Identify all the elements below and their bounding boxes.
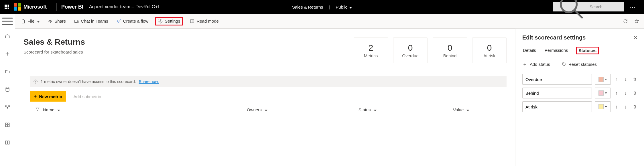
share-now-link[interactable]: Share now. [139,79,159,84]
create-flow-button[interactable]: Create a flow [115,18,149,24]
svg-line-1 [576,11,582,17]
svg-point-12 [6,87,9,89]
tab-details[interactable]: Details [522,47,537,54]
more-icon[interactable]: ··· [629,4,636,10]
plus-icon: ＋ [522,61,527,68]
nav-toggle-icon[interactable] [0,14,15,29]
settings-button[interactable]: Settings [155,17,183,25]
refresh-icon[interactable] [623,19,628,24]
file-menu[interactable]: File [19,18,41,24]
status-name-input[interactable] [522,74,592,85]
col-value-label[interactable]: Value [453,107,464,112]
status-name-input[interactable] [522,88,592,98]
color-swatch [598,104,604,109]
add-submetric-button: Add submetric [71,92,104,101]
share-icon [48,19,53,24]
color-swatch [598,90,604,96]
chevron-down-icon[interactable] [466,107,469,112]
settings-label: Settings [165,19,180,23]
gear-icon [158,19,163,24]
settings-panel: Edit scorecard settings ✕ Details Permis… [515,29,644,166]
nav-learn[interactable] [1,137,14,148]
nav-browse[interactable] [1,66,14,77]
access-notice: 1 metric owner doesn't have access to th… [30,76,507,87]
chevron-down-icon [36,19,40,23]
kpi-value: 0 [408,43,413,53]
col-owners-label[interactable]: Owners [247,107,262,112]
visibility-label: Public [336,5,347,9]
search-box[interactable] [553,2,624,11]
reset-statuses-button[interactable]: Reset statuses [562,61,597,68]
page-title: Sales & Returns [23,37,85,47]
status-color-dropdown[interactable] [595,101,611,112]
kpi-overdue[interactable]: 0 Overdue [393,37,428,63]
app-launcher-icon[interactable] [0,0,14,14]
kpi-metrics[interactable]: 2 Metrics [354,37,388,63]
col-status-label[interactable]: Status [359,107,371,112]
file-label: File [27,19,34,23]
svg-point-0 [561,0,577,12]
read-mode-button[interactable]: Read mode [188,18,220,24]
nav-data[interactable] [1,84,14,95]
kpi-value: 2 [369,43,373,53]
svg-rect-13 [5,123,7,125]
nav-goals[interactable] [1,101,14,113]
col-name-label[interactable]: Name [43,107,54,112]
divider [56,3,57,11]
product-label: Power BI [61,4,88,10]
visibility-dropdown[interactable]: Public [336,5,352,9]
search-input[interactable] [590,5,621,9]
move-down-icon[interactable] [623,76,629,82]
kpi-behind[interactable]: 0 Behind [433,37,467,63]
read-label: Read mode [196,19,219,23]
add-status-button[interactable]: ＋ Add status [522,61,550,68]
chat-teams-button[interactable]: Chat in Teams [73,18,109,24]
new-metric-button[interactable]: + New metric [30,91,66,102]
share-button[interactable]: Share [46,18,67,24]
status-color-dropdown[interactable] [595,74,611,85]
delete-icon[interactable] [632,90,638,96]
move-up-icon[interactable] [614,104,619,110]
toolbar: File Share Chat in Teams Create a flow S… [15,14,644,29]
chevron-down-icon[interactable] [57,107,60,112]
nav-create[interactable] [1,48,14,60]
svg-rect-16 [8,125,9,127]
workspace-breadcrumb[interactable]: Aquent vendor team – DevRel C+L [88,4,160,9]
teams-icon [74,19,79,24]
chevron-down-icon[interactable] [265,107,267,112]
flow-label: Create a flow [123,19,148,23]
tab-statuses[interactable]: Statuses [576,47,599,54]
delete-icon[interactable] [632,76,638,82]
move-down-icon[interactable] [623,104,629,110]
close-icon[interactable]: ✕ [633,35,638,41]
share-label: Share [54,19,66,23]
plus-icon: + [34,94,37,100]
table-header: Name Owners Status Value [23,107,507,113]
filter-icon[interactable] [35,107,40,113]
left-nav [0,29,15,166]
tab-permissions[interactable]: Permissions [544,47,569,54]
color-swatch [598,77,604,82]
report-name[interactable]: Sales & Returns [292,5,323,9]
move-up-icon[interactable] [614,90,619,96]
status-row [522,88,638,98]
new-metric-label: New metric [39,94,62,99]
nav-apps[interactable] [1,119,14,131]
kpi-atrisk[interactable]: 0 At risk [472,37,507,63]
status-color-dropdown[interactable] [595,88,611,98]
kpi-label: Overdue [402,53,419,58]
chevron-down-icon[interactable] [374,107,377,112]
separator [328,5,331,9]
delete-icon[interactable] [632,104,638,110]
nav-home[interactable] [1,30,14,42]
favorite-icon[interactable] [634,19,639,24]
kpi-label: Behind [443,53,457,58]
status-row [522,74,638,85]
status-row [522,101,638,112]
kpi-value: 0 [448,43,452,53]
top-bar: Microsoft Power BI Aquent vendor team – … [0,0,644,14]
microsoft-logo: Microsoft [14,3,52,11]
status-name-input[interactable] [522,101,592,112]
chat-label: Chat in Teams [81,19,108,23]
move-down-icon[interactable] [623,90,629,96]
